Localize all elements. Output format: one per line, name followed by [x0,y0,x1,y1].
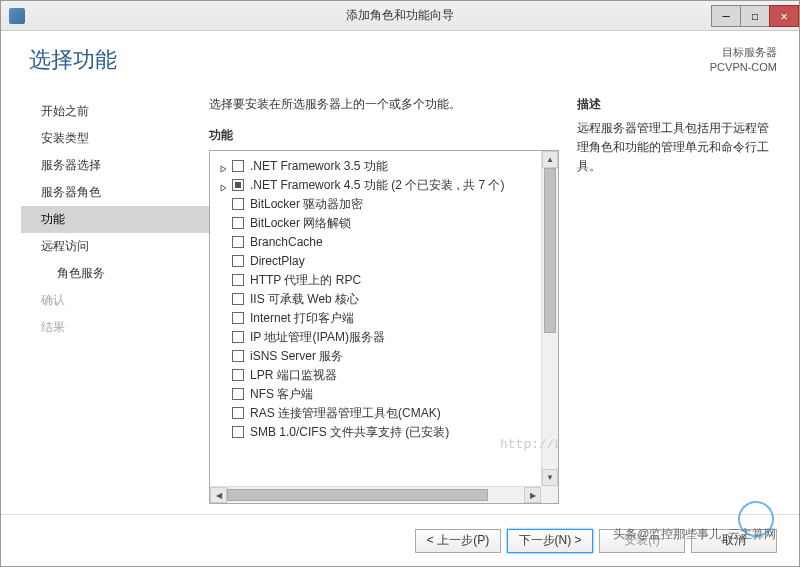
feature-box: .NET Framework 3.5 功能.NET Framework 4.5 … [209,150,559,504]
columns: 开始之前安装类型服务器选择服务器角色功能远程访问角色服务确认结果 选择要安装在所… [21,96,779,504]
feature-label: HTTP 代理上的 RPC [250,272,361,289]
main-area: 选择要安装在所选服务器上的一个或多个功能。 功能 .NET Framework … [209,96,779,504]
feature-row[interactable]: .NET Framework 4.5 功能 (2 个已安装 , 共 7 个) [214,176,537,195]
feature-label: IIS 可承载 Web 核心 [250,291,359,308]
feature-label: iSNS Server 服务 [250,348,343,365]
feature-row[interactable]: NFS 客户端 [214,385,537,404]
feature-row[interactable]: iSNS Server 服务 [214,347,537,366]
expand-icon[interactable] [220,181,228,189]
feature-label: .NET Framework 4.5 功能 (2 个已安装 , 共 7 个) [250,177,504,194]
prev-button[interactable]: < 上一步(P) [415,529,501,553]
feature-checkbox[interactable] [232,160,244,172]
feature-label: Internet 打印客户端 [250,310,354,327]
wizard-body: 选择功能 目标服务器 PCVPN-COM 开始之前安装类型服务器选择服务器角色功… [1,31,799,566]
scroll-left-button[interactable]: ◀ [210,487,227,503]
scroll-right-button[interactable]: ▶ [524,487,541,503]
feature-checkbox[interactable] [232,274,244,286]
target-info: 目标服务器 PCVPN-COM [710,45,777,76]
feature-label: BranchCache [250,235,323,249]
sidebar-item-7: 确认 [21,287,209,314]
feature-checkbox[interactable] [232,217,244,229]
feature-row[interactable]: .NET Framework 3.5 功能 [214,157,537,176]
cancel-button[interactable]: 取消 [691,529,777,553]
app-icon [9,8,25,24]
feature-row[interactable]: IP 地址管理(IPAM)服务器 [214,328,537,347]
feature-row[interactable]: HTTP 代理上的 RPC [214,271,537,290]
page-title: 选择功能 [29,45,117,75]
sidebar-item-2[interactable]: 服务器选择 [21,152,209,179]
feature-checkbox[interactable] [232,388,244,400]
features-section-label: 功能 [209,127,559,144]
install-button[interactable]: 安装(I) [599,529,685,553]
feature-row[interactable]: DirectPlay [214,252,537,271]
feature-label: .NET Framework 3.5 功能 [250,158,388,175]
scroll-corner [541,486,558,503]
sidebar-item-6[interactable]: 角色服务 [21,260,209,287]
sidebar-item-8: 结果 [21,314,209,341]
next-button[interactable]: 下一步(N) > [507,529,593,553]
desc-section-label: 描述 [577,96,779,113]
header-row: 选择功能 目标服务器 PCVPN-COM [21,45,779,96]
description-text: 远程服务器管理工具包括用于远程管理角色和功能的管理单元和命令行工具。 [577,119,779,177]
hscroll-track[interactable] [227,487,524,503]
sidebar-item-3[interactable]: 服务器角色 [21,179,209,206]
feature-row[interactable]: IIS 可承载 Web 核心 [214,290,537,309]
feature-column: 选择要安装在所选服务器上的一个或多个功能。 功能 .NET Framework … [209,96,559,504]
feature-label: DirectPlay [250,254,305,268]
feature-label: LPR 端口监视器 [250,367,337,384]
feature-checkbox[interactable] [232,407,244,419]
feature-checkbox[interactable] [232,369,244,381]
sidebar-item-0[interactable]: 开始之前 [21,98,209,125]
feature-row[interactable]: Internet 打印客户端 [214,309,537,328]
vertical-scrollbar[interactable]: ▲ ▼ [541,151,558,486]
expand-icon[interactable] [220,162,228,170]
scroll-track[interactable] [542,168,558,469]
sidebar: 开始之前安装类型服务器选择服务器角色功能远程访问角色服务确认结果 [21,96,209,504]
sidebar-item-1[interactable]: 安装类型 [21,125,209,152]
feature-row[interactable]: BranchCache [214,233,537,252]
feature-label: SMB 1.0/CIFS 文件共享支持 (已安装) [250,424,449,441]
feature-checkbox[interactable] [232,255,244,267]
feature-label: BitLocker 驱动器加密 [250,196,363,213]
feature-row[interactable]: BitLocker 驱动器加密 [214,195,537,214]
feature-checkbox[interactable] [232,331,244,343]
feature-row[interactable]: RAS 连接管理器管理工具包(CMAK) [214,404,537,423]
feature-label: IP 地址管理(IPAM)服务器 [250,329,385,346]
feature-checkbox[interactable] [232,426,244,438]
sidebar-item-4[interactable]: 功能 [21,206,209,233]
feature-checkbox[interactable] [232,312,244,324]
feature-label: BitLocker 网络解锁 [250,215,351,232]
instruction-text: 选择要安装在所选服务器上的一个或多个功能。 [209,96,559,113]
content: 选择功能 目标服务器 PCVPN-COM 开始之前安装类型服务器选择服务器角色功… [1,31,799,514]
feature-list-inner: .NET Framework 3.5 功能.NET Framework 4.5 … [210,151,541,486]
feature-label: NFS 客户端 [250,386,313,403]
feature-checkbox[interactable] [232,198,244,210]
feature-checkbox[interactable] [232,179,244,191]
feature-checkbox[interactable] [232,236,244,248]
feature-label: RAS 连接管理器管理工具包(CMAK) [250,405,441,422]
titlebar: 添加角色和功能向导 — ☐ ✕ [1,1,799,31]
feature-list: .NET Framework 3.5 功能.NET Framework 4.5 … [210,151,558,486]
minimize-button[interactable]: — [711,5,741,27]
target-label: 目标服务器 [710,45,777,60]
close-button[interactable]: ✕ [769,5,799,27]
horizontal-scrollbar[interactable]: ◀ ▶ [210,486,541,503]
footer: < 上一步(P) 下一步(N) > 安装(I) 取消 [1,514,799,566]
feature-checkbox[interactable] [232,293,244,305]
hscroll-thumb[interactable] [227,489,488,501]
window-controls: — ☐ ✕ [712,5,799,27]
feature-checkbox[interactable] [232,350,244,362]
description-column: 描述 远程服务器管理工具包括用于远程管理角色和功能的管理单元和命令行工具。 [577,96,779,504]
feature-row[interactable]: BitLocker 网络解锁 [214,214,537,233]
scroll-down-button[interactable]: ▼ [542,469,558,486]
maximize-button[interactable]: ☐ [740,5,770,27]
window-title: 添加角色和功能向导 [346,7,454,24]
feature-row[interactable]: SMB 1.0/CIFS 文件共享支持 (已安装) [214,423,537,442]
target-value: PCVPN-COM [710,60,777,75]
sidebar-item-5[interactable]: 远程访问 [21,233,209,260]
scroll-up-button[interactable]: ▲ [542,151,558,168]
feature-row[interactable]: LPR 端口监视器 [214,366,537,385]
scroll-thumb[interactable] [544,168,556,334]
